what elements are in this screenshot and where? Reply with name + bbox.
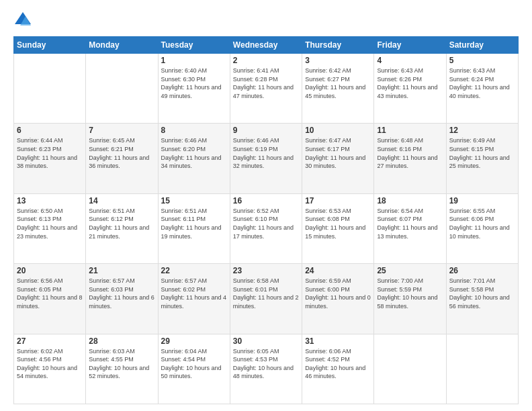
day-number: 24 xyxy=(305,266,371,275)
day-info: Sunrise: 6:43 AMSunset: 6:26 PMDaylight:… xyxy=(377,66,443,100)
day-info: Sunrise: 6:55 AMSunset: 6:06 PMDaylight:… xyxy=(449,207,515,240)
day-info: Sunrise: 6:53 AMSunset: 6:08 PMDaylight:… xyxy=(305,207,371,240)
calendar-cell: 3Sunrise: 6:42 AMSunset: 6:27 PMDaylight… xyxy=(302,54,374,124)
day-info: Sunrise: 6:45 AMSunset: 6:21 PMDaylight:… xyxy=(89,136,154,170)
week-row-3: 13Sunrise: 6:50 AMSunset: 6:13 PMDayligh… xyxy=(14,193,519,263)
day-number: 28 xyxy=(89,336,154,346)
calendar-cell: 15Sunrise: 6:51 AMSunset: 6:11 PMDayligh… xyxy=(158,193,230,263)
calendar-cell: 26Sunrise: 7:01 AMSunset: 5:58 PMDayligh… xyxy=(446,264,518,334)
day-info: Sunrise: 7:01 AMSunset: 5:58 PMDaylight:… xyxy=(449,277,515,310)
calendar-cell: 7Sunrise: 6:45 AMSunset: 6:21 PMDaylight… xyxy=(86,124,158,193)
day-info: Sunrise: 6:50 AMSunset: 6:13 PMDaylight:… xyxy=(17,207,83,240)
day-info: Sunrise: 6:05 AMSunset: 4:53 PMDaylight:… xyxy=(233,347,299,381)
calendar-cell xyxy=(86,54,158,124)
calendar-cell: 29Sunrise: 6:04 AMSunset: 4:54 PMDayligh… xyxy=(158,334,230,404)
calendar-cell: 22Sunrise: 6:57 AMSunset: 6:02 PMDayligh… xyxy=(158,264,230,334)
calendar-cell: 30Sunrise: 6:05 AMSunset: 4:53 PMDayligh… xyxy=(230,334,302,404)
calendar-cell: 24Sunrise: 6:59 AMSunset: 6:00 PMDayligh… xyxy=(302,264,374,334)
weekday-header-monday: Monday xyxy=(86,37,158,54)
day-number: 23 xyxy=(233,266,299,275)
weekday-header-friday: Friday xyxy=(374,37,446,54)
day-number: 30 xyxy=(233,336,299,346)
day-info: Sunrise: 6:52 AMSunset: 6:10 PMDaylight:… xyxy=(233,207,299,240)
logo xyxy=(13,11,35,30)
page: SundayMondayTuesdayWednesdayThursdayFrid… xyxy=(0,0,532,411)
day-info: Sunrise: 6:44 AMSunset: 6:23 PMDaylight:… xyxy=(17,136,83,170)
day-number: 25 xyxy=(377,266,443,275)
day-number: 22 xyxy=(161,266,227,275)
day-number: 9 xyxy=(233,126,299,135)
calendar-cell: 4Sunrise: 6:43 AMSunset: 6:26 PMDaylight… xyxy=(374,54,446,124)
calendar-cell: 16Sunrise: 6:52 AMSunset: 6:10 PMDayligh… xyxy=(230,193,302,263)
day-number: 7 xyxy=(89,126,154,135)
day-number: 17 xyxy=(305,196,371,205)
day-number: 16 xyxy=(233,196,299,205)
day-info: Sunrise: 6:40 AMSunset: 6:30 PMDaylight:… xyxy=(161,66,227,100)
day-info: Sunrise: 6:41 AMSunset: 6:28 PMDaylight:… xyxy=(233,66,299,100)
calendar: SundayMondayTuesdayWednesdayThursdayFrid… xyxy=(13,36,519,404)
day-info: Sunrise: 6:46 AMSunset: 6:19 PMDaylight:… xyxy=(233,136,299,170)
calendar-cell: 11Sunrise: 6:48 AMSunset: 6:16 PMDayligh… xyxy=(374,124,446,193)
day-info: Sunrise: 6:57 AMSunset: 6:03 PMDaylight:… xyxy=(89,277,154,310)
day-number: 1 xyxy=(161,56,227,65)
week-row-5: 27Sunrise: 6:02 AMSunset: 4:56 PMDayligh… xyxy=(14,334,519,404)
week-row-1: 1Sunrise: 6:40 AMSunset: 6:30 PMDaylight… xyxy=(14,54,519,124)
day-number: 20 xyxy=(17,266,83,275)
weekday-header-wednesday: Wednesday xyxy=(230,37,302,54)
day-info: Sunrise: 6:58 AMSunset: 6:01 PMDaylight:… xyxy=(233,277,299,310)
calendar-cell: 20Sunrise: 6:56 AMSunset: 6:05 PMDayligh… xyxy=(14,264,86,334)
weekday-header-tuesday: Tuesday xyxy=(158,37,230,54)
day-info: Sunrise: 6:43 AMSunset: 6:24 PMDaylight:… xyxy=(449,66,515,100)
day-info: Sunrise: 6:51 AMSunset: 6:11 PMDaylight:… xyxy=(161,207,227,240)
day-number: 14 xyxy=(89,196,154,205)
day-info: Sunrise: 6:56 AMSunset: 6:05 PMDaylight:… xyxy=(17,277,83,310)
day-info: Sunrise: 6:59 AMSunset: 6:00 PMDaylight:… xyxy=(305,277,371,310)
day-number: 18 xyxy=(377,196,443,205)
day-number: 26 xyxy=(449,266,515,275)
header xyxy=(13,11,519,30)
calendar-cell: 18Sunrise: 6:54 AMSunset: 6:07 PMDayligh… xyxy=(374,193,446,263)
day-number: 15 xyxy=(161,196,227,205)
calendar-cell: 6Sunrise: 6:44 AMSunset: 6:23 PMDaylight… xyxy=(14,124,86,193)
calendar-cell: 5Sunrise: 6:43 AMSunset: 6:24 PMDaylight… xyxy=(446,54,518,124)
day-number: 11 xyxy=(377,126,443,135)
calendar-cell: 28Sunrise: 6:03 AMSunset: 4:55 PMDayligh… xyxy=(86,334,158,404)
day-number: 27 xyxy=(17,336,83,346)
calendar-cell: 2Sunrise: 6:41 AMSunset: 6:28 PMDaylight… xyxy=(230,54,302,124)
calendar-cell: 21Sunrise: 6:57 AMSunset: 6:03 PMDayligh… xyxy=(86,264,158,334)
calendar-cell xyxy=(374,334,446,404)
calendar-cell: 13Sunrise: 6:50 AMSunset: 6:13 PMDayligh… xyxy=(14,193,86,263)
calendar-cell: 9Sunrise: 6:46 AMSunset: 6:19 PMDaylight… xyxy=(230,124,302,193)
calendar-cell: 8Sunrise: 6:46 AMSunset: 6:20 PMDaylight… xyxy=(158,124,230,193)
day-number: 21 xyxy=(89,266,154,275)
week-row-4: 20Sunrise: 6:56 AMSunset: 6:05 PMDayligh… xyxy=(14,264,519,334)
day-info: Sunrise: 6:51 AMSunset: 6:12 PMDaylight:… xyxy=(89,207,154,240)
day-number: 29 xyxy=(161,336,227,346)
calendar-cell: 27Sunrise: 6:02 AMSunset: 4:56 PMDayligh… xyxy=(14,334,86,404)
day-number: 4 xyxy=(377,56,443,65)
day-info: Sunrise: 6:48 AMSunset: 6:16 PMDaylight:… xyxy=(377,136,443,170)
calendar-cell: 23Sunrise: 6:58 AMSunset: 6:01 PMDayligh… xyxy=(230,264,302,334)
weekday-header-row: SundayMondayTuesdayWednesdayThursdayFrid… xyxy=(14,37,519,54)
calendar-cell xyxy=(14,54,86,124)
day-number: 2 xyxy=(233,56,299,65)
day-info: Sunrise: 6:49 AMSunset: 6:15 PMDaylight:… xyxy=(449,136,515,170)
day-number: 3 xyxy=(305,56,371,65)
logo-icon xyxy=(13,11,32,30)
day-number: 19 xyxy=(449,196,515,205)
day-number: 5 xyxy=(449,56,515,65)
calendar-cell: 17Sunrise: 6:53 AMSunset: 6:08 PMDayligh… xyxy=(302,193,374,263)
calendar-cell: 14Sunrise: 6:51 AMSunset: 6:12 PMDayligh… xyxy=(86,193,158,263)
calendar-cell xyxy=(446,334,518,404)
day-info: Sunrise: 6:02 AMSunset: 4:56 PMDaylight:… xyxy=(17,347,83,381)
calendar-cell: 25Sunrise: 7:00 AMSunset: 5:59 PMDayligh… xyxy=(374,264,446,334)
day-info: Sunrise: 6:47 AMSunset: 6:17 PMDaylight:… xyxy=(305,136,371,170)
day-number: 8 xyxy=(161,126,227,135)
day-info: Sunrise: 6:54 AMSunset: 6:07 PMDaylight:… xyxy=(377,207,443,240)
day-info: Sunrise: 6:42 AMSunset: 6:27 PMDaylight:… xyxy=(305,66,371,100)
calendar-cell: 19Sunrise: 6:55 AMSunset: 6:06 PMDayligh… xyxy=(446,193,518,263)
day-info: Sunrise: 6:04 AMSunset: 4:54 PMDaylight:… xyxy=(161,347,227,381)
day-number: 31 xyxy=(305,336,371,346)
calendar-cell: 10Sunrise: 6:47 AMSunset: 6:17 PMDayligh… xyxy=(302,124,374,193)
day-number: 6 xyxy=(17,126,83,135)
